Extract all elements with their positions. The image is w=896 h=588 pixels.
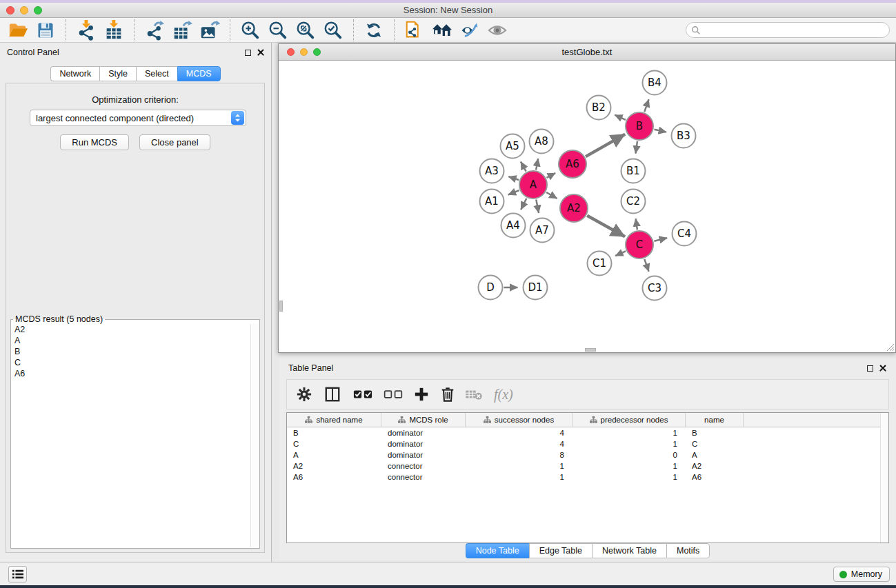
cell-predecessor-nodes[interactable]: 1 <box>573 427 686 438</box>
table-row[interactable]: Adominator80A <box>287 449 888 460</box>
show-hidden-button[interactable] <box>486 19 509 41</box>
cell-shared-name[interactable]: A2 <box>287 460 381 472</box>
task-history-button[interactable] <box>8 566 27 582</box>
function-builder-button[interactable]: f(x) <box>494 387 513 403</box>
memory-button[interactable]: Memory <box>833 567 890 582</box>
edge-A2-C[interactable] <box>587 216 625 237</box>
show-column-panel-button[interactable] <box>324 386 341 403</box>
cell-predecessor-nodes[interactable]: 1 <box>573 438 686 449</box>
unselect-all-columns-button[interactable] <box>384 389 403 399</box>
cell-successor-nodes[interactable]: 4 <box>466 427 573 438</box>
tab-edge-table[interactable]: Edge Table <box>529 543 592 558</box>
table-row[interactable]: Cdominator41C <box>287 438 888 449</box>
table-row[interactable]: Bdominator41B <box>287 427 888 438</box>
column-header-successor-nodes[interactable]: successor nodes <box>466 413 573 427</box>
cell-shared-name[interactable]: A <box>287 449 381 460</box>
cell-predecessor-nodes[interactable]: 1 <box>573 460 686 472</box>
export-image-button[interactable] <box>198 19 221 41</box>
delete-column-button[interactable] <box>440 386 455 403</box>
edge-B-B2[interactable] <box>615 115 626 120</box>
mcds-result-item[interactable]: A2 <box>12 324 250 335</box>
zoom-selected-button[interactable] <box>321 19 345 41</box>
float-panel-icon[interactable] <box>245 50 251 56</box>
tab-motifs[interactable]: Motifs <box>666 543 710 558</box>
run-mcds-button[interactable]: Run MCDS <box>60 134 129 150</box>
edge-B-B4[interactable] <box>644 99 648 112</box>
hide-elements-button[interactable] <box>458 19 481 41</box>
cell-predecessor-nodes[interactable]: 1 <box>573 472 686 483</box>
edge-B-B3[interactable] <box>655 130 667 132</box>
zoom-in-button[interactable] <box>239 19 262 41</box>
tab-network[interactable]: Network <box>50 66 99 81</box>
zoom-out-button[interactable] <box>266 19 290 41</box>
cell-shared-name[interactable]: A6 <box>287 472 381 483</box>
cell-shared-name[interactable]: B <box>287 427 381 438</box>
cell-MCDS-role[interactable]: connector <box>381 460 466 472</box>
resize-grip[interactable] <box>885 342 895 352</box>
cell-successor-nodes[interactable]: 1 <box>466 460 573 472</box>
column-header-shared-name[interactable]: shared name <box>287 413 381 427</box>
edge-A6-B[interactable] <box>586 134 625 156</box>
cell-predecessor-nodes[interactable]: 0 <box>573 449 686 460</box>
table-row[interactable]: A6connector11A6 <box>287 472 888 483</box>
horizontal-scrollbar-thumb[interactable] <box>585 348 596 352</box>
cell-name[interactable]: A6 <box>686 472 744 483</box>
mcds-result-item[interactable]: A <box>12 335 250 346</box>
close-table-panel-icon[interactable] <box>879 365 886 372</box>
table-settings-button[interactable] <box>297 387 312 402</box>
search-field[interactable] <box>686 22 890 38</box>
edge-C-C1[interactable] <box>615 251 626 256</box>
close-panel-button[interactable]: Close panel <box>139 134 210 150</box>
cell-name[interactable]: C <box>686 438 744 449</box>
edge-A-A5[interactable] <box>521 162 526 172</box>
column-header-MCDS-role[interactable]: MCDS role <box>381 413 466 427</box>
criterion-dropdown[interactable]: largest connected component (directed) <box>30 110 246 126</box>
column-header-predecessor-nodes[interactable]: predecessor nodes <box>573 413 686 427</box>
float-table-panel-icon[interactable] <box>867 365 873 372</box>
close-panel-icon[interactable] <box>257 49 264 56</box>
delete-table-button[interactable] <box>465 388 483 401</box>
clone-network-button[interactable] <box>403 19 426 41</box>
home-view-button[interactable] <box>430 19 454 41</box>
cell-successor-nodes[interactable]: 1 <box>466 472 573 483</box>
cell-MCDS-role[interactable]: dominator <box>381 427 466 438</box>
cell-MCDS-role[interactable]: dominator <box>381 438 466 449</box>
cell-MCDS-role[interactable]: dominator <box>381 449 466 460</box>
cell-name[interactable]: B <box>686 427 744 438</box>
edge-A-A1[interactable] <box>508 190 519 194</box>
search-input[interactable] <box>701 24 889 37</box>
select-all-columns-button[interactable] <box>353 389 372 399</box>
zoom-fit-button[interactable] <box>294 19 317 41</box>
cell-MCDS-role[interactable]: connector <box>381 472 466 483</box>
import-network-button[interactable] <box>74 19 98 41</box>
open-session-button[interactable] <box>6 19 30 41</box>
save-session-button[interactable] <box>34 19 57 41</box>
tab-select[interactable]: Select <box>136 66 177 81</box>
export-network-button[interactable] <box>143 19 166 41</box>
edge-C-C3[interactable] <box>644 259 648 272</box>
tab-network-table[interactable]: Network Table <box>592 543 666 558</box>
mcds-result-item[interactable]: B <box>12 346 250 357</box>
cell-shared-name[interactable]: C <box>287 438 381 449</box>
tab-style[interactable]: Style <box>99 66 136 81</box>
edge-C-C4[interactable] <box>654 238 667 241</box>
edge-A-A7[interactable] <box>536 200 539 213</box>
table-scrollbar[interactable] <box>880 413 888 543</box>
column-header-name[interactable]: name <box>686 413 744 427</box>
edge-A-A3[interactable] <box>508 176 519 180</box>
tab-node-table[interactable]: Node Table <box>466 543 529 558</box>
refresh-button[interactable] <box>362 19 386 41</box>
edge-A-A6[interactable] <box>547 173 556 178</box>
cell-name[interactable]: A2 <box>686 460 744 472</box>
edge-A-A2[interactable] <box>546 192 557 199</box>
network-canvas[interactable]: B4B2BB3A5A8A6A3B1AA1C2A2A4A7C4CC1C3DD1 <box>279 61 895 352</box>
table-row[interactable]: A2connector11A2 <box>287 460 888 472</box>
edge-A-A8[interactable] <box>536 159 538 170</box>
tab-mcds[interactable]: MCDS <box>177 66 221 81</box>
network-graph[interactable]: B4B2BB3A5A8A6A3B1AA1C2A2A4A7C4CC1C3DD1 <box>279 61 895 352</box>
result-scrollbar[interactable] <box>250 324 259 547</box>
edge-C-C2[interactable] <box>636 219 637 230</box>
edge-B-B1[interactable] <box>636 141 638 154</box>
cell-name[interactable]: A <box>686 449 744 460</box>
cell-successor-nodes[interactable]: 8 <box>466 449 573 460</box>
